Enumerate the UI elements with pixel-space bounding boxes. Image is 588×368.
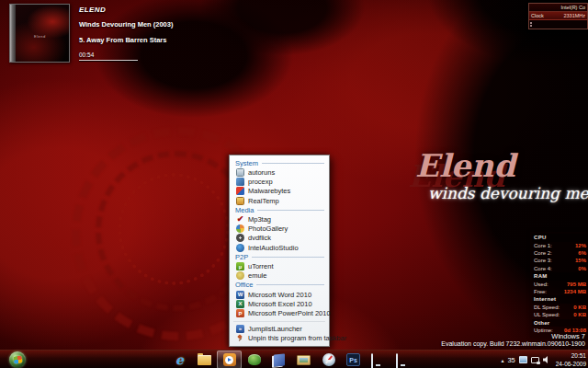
book-icon [274, 353, 285, 366]
taskbar-clock[interactable]: 20:51 24-06-2009 [556, 351, 586, 368]
jumplist-item-dvdflick[interactable]: dvdflick [230, 234, 329, 243]
monitor-row: Core 3:15% [532, 257, 588, 264]
media-player-icon [223, 353, 236, 366]
clock-date: 24-06-2009 [556, 360, 586, 368]
clock-value: 2331MHz [563, 12, 585, 19]
clock-time: 20:51 [556, 351, 586, 360]
jumplist-section-office: Office [230, 281, 329, 290]
cpu-clock-body [529, 20, 587, 29]
cd-case-spine [10, 5, 16, 62]
powerpoint-icon: P [236, 309, 244, 317]
player-album: Winds Devouring Men (2003) [79, 20, 173, 29]
malwarebytes-icon [236, 187, 244, 195]
utorrent-icon: µ [236, 262, 244, 270]
intelaudiostudio-icon [236, 244, 244, 252]
jumplist-section-system: System [230, 158, 329, 167]
autoruns-icon [236, 168, 244, 177]
monitor-row: DL Speed:0 KB [532, 304, 588, 311]
monitor-row: Core 4:0% [532, 265, 588, 272]
volume-icon[interactable] [543, 356, 550, 363]
compass-browser-icon [322, 353, 335, 366]
player-progress-bar[interactable] [79, 60, 138, 61]
jumplist-item-intelaudiostudio[interactable]: IntelAudioStudio [230, 243, 329, 252]
jumplist-item-word[interactable]: WMicrosoft Word 2010 [230, 290, 329, 299]
monitor-row: Core 1:12% [532, 242, 588, 249]
monitor-section-title: Internet [532, 295, 588, 304]
jumplist-item-jumplistlauncher[interactable]: »JumplistLauncher [230, 324, 329, 333]
taskbar-icon-green-app[interactable] [242, 351, 266, 368]
jumplist-item-excel[interactable]: XMicrosoft Excel 2010 [230, 299, 329, 308]
jumplist-item-malwarebytes[interactable]: Malwarebytes [230, 187, 329, 196]
photoshop-icon: Ps [346, 353, 360, 366]
system-tray: ▴ 35 20:51 24-06-2009 [501, 351, 586, 368]
jumplist-item-realtemp[interactable]: RealTemp [230, 196, 329, 205]
taskbar-icon-photo-mail[interactable] [291, 351, 316, 368]
jumplist-item-photogallery[interactable]: PhotoGallery [230, 224, 329, 233]
windows-flag-icon [13, 355, 22, 363]
album-art: Elend [9, 4, 70, 63]
green-app-icon [248, 354, 261, 365]
cpu-clock-row: Clock 2331MHz [529, 12, 587, 20]
album-name-text: winds devouring men [428, 184, 588, 202]
jumplist-item-unpin[interactable]: Unpin this program from taskbar [230, 333, 329, 342]
evaluation-copy-watermark: Evaluation copy. Build 7232.winmain.0906… [441, 340, 585, 347]
jumplist-section-p2p: P2P [230, 252, 329, 261]
jumplist-menu: System autoruns procexp Malwarebytes Rea… [229, 155, 330, 347]
computer-display-icon [371, 354, 385, 366]
unpin-icon [236, 334, 244, 342]
excel-icon: X [236, 300, 244, 308]
taskbar-icon-safari[interactable] [316, 351, 341, 368]
taskbar-icon-computer-display[interactable] [366, 351, 390, 368]
tray-expand-arrow-icon[interactable]: ▴ [501, 357, 503, 363]
player-elapsed-time: 00:54 [79, 52, 94, 58]
taskbar: e Ps ▴ 35 20:51 24-06-2009 [0, 350, 588, 368]
player-track: 5. Away From Barren Stars [79, 36, 166, 44]
cpu-clock-widget: Intel(R) Co Clock 2331MHz [528, 3, 588, 29]
media-center-icon [396, 354, 410, 366]
system-monitor-widget: CPU Core 1:12% Core 2:6% Core 3:15% Core… [530, 232, 588, 338]
mp3tag-icon: ✔ [236, 215, 244, 224]
album-art-label: Elend [34, 34, 46, 39]
jumplist-item-utorrent[interactable]: µuTorrent [230, 261, 329, 270]
monitor-section-title: Other [532, 319, 588, 328]
jumplistlauncher-icon: » [236, 325, 244, 333]
internet-explorer-icon: e [175, 353, 184, 366]
wallpaper-band-text: Elend Elend winds devouring men [395, 145, 579, 210]
tray-temperature-readout[interactable]: 35 [507, 356, 514, 364]
tray-app-icon[interactable] [519, 356, 527, 363]
taskbar-icon-media-center[interactable] [390, 351, 415, 368]
mail-photo-icon [297, 355, 311, 365]
monitor-row: Core 2:6% [532, 249, 588, 257]
jumplist-item-procexp[interactable]: procexp [230, 177, 329, 186]
clock-label: Clock [531, 12, 544, 19]
jumplist-item-autoruns[interactable]: autoruns [230, 167, 329, 177]
taskbar-pinned-icons: e Ps [167, 351, 415, 368]
jumplist-item-emule[interactable]: emule [230, 271, 329, 281]
realtemp-icon [236, 197, 244, 205]
desktop: Elend Elend winds devouring men Elend EL… [0, 0, 588, 368]
taskbar-icon-windows-explorer[interactable] [192, 351, 217, 368]
monitor-row: Free:1234 MB [532, 288, 588, 295]
player-artist: ELEND [79, 6, 106, 14]
photogallery-icon [236, 224, 244, 233]
monitor-row: UL Speed:0 KB [532, 311, 588, 318]
word-icon: W [236, 291, 244, 299]
taskbar-icon-internet-explorer[interactable]: e [167, 351, 192, 368]
taskbar-icon-notes-book[interactable] [266, 351, 291, 368]
start-button[interactable] [9, 351, 26, 368]
band-name: Elend [415, 147, 515, 184]
cpu-clock-title: Intel(R) Co [529, 4, 587, 12]
network-icon[interactable] [531, 357, 539, 363]
jumplist-separator [233, 321, 325, 322]
monitor-section-title: RAM [532, 272, 588, 281]
taskbar-icon-media-player-active[interactable] [217, 351, 242, 368]
jumplist-item-powerpoint[interactable]: PMicrosoft PowerPoint 2010 [230, 309, 329, 318]
monitor-row: Used:795 MB [532, 281, 588, 288]
emule-icon [236, 271, 244, 280]
procexp-icon [236, 178, 244, 186]
taskbar-icon-photoshop[interactable]: Ps [341, 351, 366, 368]
music-player-widget[interactable]: Elend ELEND Winds Devouring Men (2003) 5… [7, 2, 209, 64]
jumplist-item-mp3tag[interactable]: ✔Mp3tag [230, 214, 329, 224]
dvdflick-icon [236, 234, 244, 242]
monitor-section-title: CPU [532, 234, 588, 242]
